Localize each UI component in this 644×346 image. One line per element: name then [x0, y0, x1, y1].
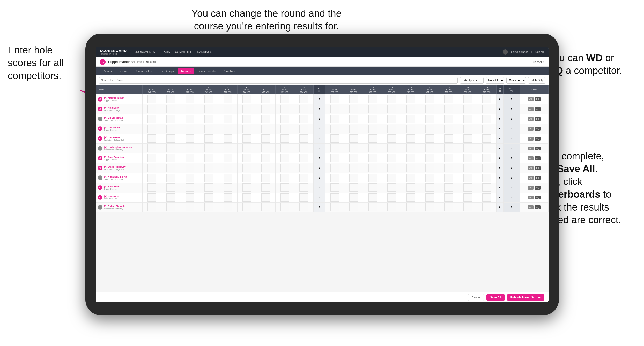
- hole-3-cell[interactable]: [180, 183, 199, 193]
- hole-10-input[interactable]: [330, 154, 339, 162]
- hole-7-cell[interactable]: [256, 193, 275, 202]
- hole-7-cell[interactable]: [256, 134, 275, 143]
- hole-11-cell[interactable]: [344, 193, 363, 202]
- hole-8-input[interactable]: [280, 203, 289, 211]
- hole-7-input[interactable]: [261, 183, 270, 192]
- hole-13-input[interactable]: [387, 164, 396, 172]
- hole-14-input[interactable]: [406, 95, 415, 103]
- hole-13-cell[interactable]: [382, 163, 401, 173]
- hole-18-input[interactable]: [482, 174, 491, 182]
- hole-1-input[interactable]: [147, 115, 156, 123]
- hole-4-cell[interactable]: [199, 183, 218, 193]
- hole-9-cell[interactable]: [294, 202, 313, 212]
- hole-15-cell[interactable]: [420, 124, 439, 134]
- hole-10-input[interactable]: [330, 95, 339, 103]
- hole-12-input[interactable]: [368, 154, 377, 162]
- tab-printables[interactable]: Printables: [220, 68, 239, 74]
- hole-17-cell[interactable]: [458, 143, 477, 153]
- hole-9-cell[interactable]: [294, 183, 313, 193]
- hole-9-input[interactable]: [299, 193, 308, 202]
- hole-5-cell[interactable]: [218, 202, 237, 212]
- hole-12-cell[interactable]: [363, 193, 382, 202]
- hole-10-cell[interactable]: [325, 94, 344, 104]
- dq-button[interactable]: DQ: [535, 166, 541, 170]
- hole-5-input[interactable]: [224, 193, 232, 202]
- hole-6-cell[interactable]: [237, 124, 256, 134]
- hole-8-cell[interactable]: [275, 143, 294, 153]
- hole-16-input[interactable]: [444, 183, 453, 192]
- hole-1-cell[interactable]: [142, 183, 161, 193]
- hole-14-cell[interactable]: [401, 173, 420, 183]
- hole-9-input[interactable]: [299, 134, 308, 143]
- hole-8-input[interactable]: [280, 154, 289, 162]
- hole-1-input[interactable]: [147, 183, 156, 192]
- hole-15-input[interactable]: [425, 134, 434, 143]
- hole-17-input[interactable]: [463, 164, 472, 172]
- hole-6-cell[interactable]: [237, 193, 256, 202]
- hole-8-input[interactable]: [280, 164, 289, 172]
- hole-15-input[interactable]: [425, 144, 434, 152]
- hole-11-cell[interactable]: [344, 143, 363, 153]
- hole-11-cell[interactable]: [344, 124, 363, 134]
- hole-5-cell[interactable]: [218, 143, 237, 153]
- hole-7-cell[interactable]: [256, 163, 275, 173]
- hole-18-cell[interactable]: [477, 134, 496, 143]
- dq-button[interactable]: DQ: [535, 147, 541, 150]
- hole-18-cell[interactable]: [477, 202, 496, 212]
- hole-13-cell[interactable]: [382, 183, 401, 193]
- hole-13-cell[interactable]: [382, 134, 401, 143]
- hole-14-cell[interactable]: [401, 153, 420, 163]
- hole-17-input[interactable]: [463, 183, 472, 192]
- hole-15-input[interactable]: [425, 174, 434, 182]
- hole-3-input[interactable]: [186, 203, 194, 211]
- hole-18-cell[interactable]: [477, 104, 496, 114]
- hole-9-cell[interactable]: [294, 134, 313, 143]
- hole-14-input[interactable]: [406, 144, 415, 152]
- hole-8-cell[interactable]: [275, 153, 294, 163]
- hole-7-input[interactable]: [261, 154, 270, 162]
- hole-6-input[interactable]: [242, 154, 251, 162]
- hole-1-input[interactable]: [147, 95, 156, 103]
- hole-12-cell[interactable]: [363, 104, 382, 114]
- hole-5-cell[interactable]: [218, 94, 237, 104]
- hole-4-cell[interactable]: [199, 143, 218, 153]
- hole-15-input[interactable]: [425, 164, 434, 172]
- hole-11-cell[interactable]: [344, 104, 363, 114]
- dq-button[interactable]: DQ: [535, 156, 541, 160]
- course-select[interactable]: Course A Course B: [506, 77, 526, 84]
- hole-18-cell[interactable]: [477, 143, 496, 153]
- hole-16-input[interactable]: [444, 134, 453, 143]
- hole-16-input[interactable]: [444, 203, 453, 211]
- hole-17-input[interactable]: [463, 144, 472, 152]
- hole-17-input[interactable]: [463, 193, 472, 202]
- hole-14-input[interactable]: [406, 105, 415, 113]
- hole-17-input[interactable]: [463, 203, 472, 211]
- hole-2-input[interactable]: [166, 174, 175, 182]
- hole-10-cell[interactable]: [325, 143, 344, 153]
- hole-8-cell[interactable]: [275, 104, 294, 114]
- hole-12-cell[interactable]: [363, 124, 382, 134]
- hole-8-input[interactable]: [280, 134, 289, 143]
- hole-15-input[interactable]: [425, 183, 434, 192]
- hole-2-cell[interactable]: [161, 153, 180, 163]
- hole-5-cell[interactable]: [218, 183, 237, 193]
- hole-10-cell[interactable]: [325, 153, 344, 163]
- hole-17-input[interactable]: [463, 95, 472, 103]
- hole-17-cell[interactable]: [458, 173, 477, 183]
- hole-14-input[interactable]: [406, 193, 415, 202]
- hole-8-input[interactable]: [280, 183, 289, 192]
- hole-6-input[interactable]: [242, 183, 251, 192]
- hole-10-input[interactable]: [330, 174, 339, 182]
- hole-8-cell[interactable]: [275, 124, 294, 134]
- hole-4-input[interactable]: [204, 154, 213, 162]
- hole-16-cell[interactable]: [439, 134, 458, 143]
- hole-7-input[interactable]: [261, 174, 270, 182]
- hole-14-cell[interactable]: [401, 163, 420, 173]
- hole-14-cell[interactable]: [401, 143, 420, 153]
- hole-12-input[interactable]: [368, 144, 377, 152]
- hole-15-input[interactable]: [425, 95, 434, 103]
- nav-committee[interactable]: COMMITTEE: [175, 50, 192, 53]
- hole-12-input[interactable]: [368, 95, 377, 103]
- hole-11-input[interactable]: [349, 134, 358, 143]
- hole-2-cell[interactable]: [161, 124, 180, 134]
